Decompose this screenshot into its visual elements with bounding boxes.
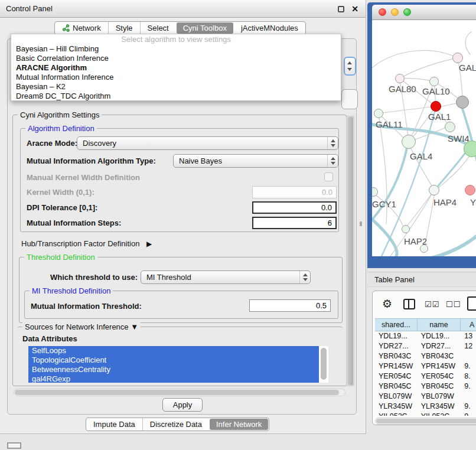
which-threshold-select[interactable]: MI Threshold bbox=[141, 270, 311, 284]
sources-group-title[interactable]: Sources for Network Inference ▼ bbox=[22, 322, 141, 331]
network-window-titlebar[interactable] bbox=[372, 5, 476, 20]
combo-stepper-icon bbox=[327, 137, 338, 149]
scrollbar-thumb[interactable] bbox=[15, 390, 339, 395]
tab-label: Select bbox=[148, 24, 169, 32]
tab-infer-network[interactable]: Infer Network bbox=[210, 419, 268, 430]
table-row[interactable]: YIL052C YIL052C 9 bbox=[375, 412, 476, 416]
tab-label: Cyni Toolbox bbox=[183, 24, 227, 32]
data-attributes-listbox[interactable]: SelfLoops TopologicalCoefficient Between… bbox=[28, 346, 328, 383]
group-title: Cyni Algorithm Settings bbox=[18, 110, 102, 119]
node-label: GAL bbox=[459, 63, 476, 73]
network-node[interactable] bbox=[429, 77, 439, 86]
minimize-window-button[interactable] bbox=[391, 8, 399, 16]
table-row[interactable]: YER054C YER054C 8. bbox=[375, 371, 476, 381]
tab-select[interactable]: Select bbox=[140, 22, 176, 34]
network-node[interactable] bbox=[429, 185, 439, 195]
close-panel-icon[interactable]: ✕ bbox=[351, 6, 358, 12]
table-horizontal-scrollbar[interactable] bbox=[375, 418, 476, 425]
table-mode-icon[interactable] bbox=[467, 296, 476, 311]
table-row[interactable]: YBR043C YBR043C bbox=[375, 351, 476, 361]
deselect-all-columns-icon[interactable]: ☐☐ bbox=[446, 300, 461, 309]
mi-steps-field[interactable] bbox=[252, 217, 337, 229]
control-panel-window: Control Panel ✕ Network Style bbox=[0, 0, 366, 434]
network-node[interactable] bbox=[374, 109, 383, 118]
network-node-salmon[interactable] bbox=[465, 185, 475, 195]
hub-tf-definition-toggle[interactable]: Hub/Transcription Factor Definition ▶ bbox=[21, 239, 152, 248]
node-label: GCY1 bbox=[372, 199, 396, 209]
kernel-width-field[interactable] bbox=[252, 186, 337, 198]
list-item[interactable]: SelfLoops bbox=[28, 346, 319, 356]
node-label: GAL1 bbox=[428, 112, 451, 122]
tab-network[interactable]: Network bbox=[55, 22, 108, 34]
cell: YLR345W bbox=[375, 402, 418, 412]
column-header-shared-name[interactable]: shared... bbox=[375, 319, 418, 331]
tab-impute-data[interactable]: Impute Data bbox=[86, 418, 142, 431]
tab-discretize-data[interactable]: Discretize Data bbox=[142, 418, 209, 431]
minimized-panel-icon[interactable] bbox=[7, 442, 21, 449]
cell: YBR045C bbox=[418, 381, 461, 392]
table-row[interactable]: YLR345W YLR345W 9. bbox=[375, 402, 476, 412]
panel-splitter-grip[interactable] bbox=[360, 221, 362, 226]
network-node-gray[interactable] bbox=[456, 96, 469, 109]
list-scrollbar[interactable] bbox=[321, 348, 327, 380]
dpi-tolerance-field[interactable] bbox=[252, 201, 337, 214]
hidden-combo-stepper-icon bbox=[344, 57, 356, 76]
scrollbar-thumb[interactable] bbox=[376, 419, 476, 423]
dropdown-item-bayesian-hill-climbing[interactable]: Bayesian – Hill Climbing bbox=[11, 44, 341, 54]
dropdown-item-basic-correlation[interactable]: Basic Correlation Inference bbox=[11, 54, 341, 63]
list-item[interactable]: TopologicalCoefficient bbox=[28, 356, 319, 365]
network-node[interactable] bbox=[452, 53, 463, 63]
tab-style[interactable]: Style bbox=[108, 22, 140, 34]
cell: YBR043C bbox=[418, 351, 461, 361]
dropdown-item-dream8[interactable]: Dream8 DC_TDC Algorithm bbox=[11, 92, 341, 101]
close-window-button[interactable] bbox=[379, 8, 386, 16]
network-node[interactable] bbox=[402, 135, 416, 149]
mi-algorithm-type-select[interactable]: Naive Bayes bbox=[173, 154, 338, 168]
network-node[interactable] bbox=[445, 122, 455, 132]
cell: YDL19... bbox=[418, 331, 461, 341]
list-item[interactable]: BetweennessCentrality bbox=[28, 365, 319, 374]
list-item[interactable]: gal4RGexp bbox=[28, 374, 319, 383]
settings-vertical-scrollbar[interactable] bbox=[346, 116, 354, 386]
table-header-row: shared... name A bbox=[375, 318, 476, 331]
network-node[interactable] bbox=[395, 74, 405, 83]
dropdown-item-bayesian-k2[interactable]: Bayesian – K2 bbox=[11, 82, 341, 92]
table-row[interactable]: YBR045C YBR045C 9. bbox=[375, 381, 476, 392]
table-row[interactable]: YDR27... YDR27... 12 bbox=[375, 341, 476, 351]
tab-cyni-toolbox[interactable]: Cyni Toolbox bbox=[177, 22, 233, 34]
table-row[interactable]: YBL079W YBL079W bbox=[375, 392, 476, 402]
network-node-red[interactable] bbox=[431, 101, 441, 112]
settings-horizontal-scrollbar[interactable] bbox=[14, 389, 345, 396]
cell: YBR043C bbox=[375, 351, 418, 361]
tab-jactivemnodules[interactable]: jActiveMNodules bbox=[234, 22, 305, 34]
columns-icon[interactable] bbox=[403, 299, 415, 309]
manual-kernel-label: Manual Kernel Width Definition bbox=[27, 173, 140, 182]
table-row[interactable]: YDL19... YDL19... 13 bbox=[375, 331, 476, 341]
float-panel-icon[interactable] bbox=[338, 6, 344, 12]
network-canvas[interactable]: GAL GAL80 GAL10 GAL1 GAL11 SWI4 GAL4 HAP… bbox=[372, 20, 476, 256]
select-all-columns-icon[interactable]: ☑☑ bbox=[425, 300, 439, 309]
dropdown-item-aracne[interactable]: ARACNE Algorithm bbox=[11, 63, 341, 73]
table-panel: ⚙ ☑☑ ☐☐ shared... name A YDL19... YDL19.… bbox=[372, 291, 476, 425]
cell: YER054C bbox=[418, 371, 461, 381]
mi-threshold-definition-group: MI Threshold Definition Mutual Informati… bbox=[24, 291, 338, 319]
aracne-mode-select[interactable]: Discovery bbox=[77, 136, 338, 150]
dropdown-item-mutual-information[interactable]: Mutual Information Inference bbox=[11, 73, 341, 82]
column-header-partial[interactable]: A bbox=[461, 319, 476, 331]
table-row[interactable]: YPR145W YPR145W 9. bbox=[375, 361, 476, 371]
control-panel-tabs: Network Style Select Cyni Toolbox jActiv… bbox=[54, 21, 306, 35]
zoom-window-button[interactable] bbox=[403, 8, 411, 16]
column-header-name[interactable]: name bbox=[418, 319, 461, 331]
node-label: HAP4 bbox=[433, 197, 457, 207]
scrollbar-thumb[interactable] bbox=[347, 117, 353, 385]
hidden-box-fragment bbox=[341, 89, 358, 109]
mi-threshold-field[interactable] bbox=[249, 299, 331, 312]
network-node[interactable] bbox=[402, 225, 410, 233]
cell: YBR045C bbox=[375, 381, 418, 392]
manual-kernel-checkbox[interactable] bbox=[324, 172, 333, 181]
tab-label: jActiveMNodules bbox=[241, 24, 298, 32]
apply-button[interactable]: Apply bbox=[162, 398, 203, 412]
gear-icon[interactable]: ⚙ bbox=[382, 297, 392, 311]
mi-algorithm-type-label: Mutual Information Algorithm Type: bbox=[27, 156, 156, 165]
mi-threshold-label: Mutual Information Threshold: bbox=[31, 302, 142, 311]
